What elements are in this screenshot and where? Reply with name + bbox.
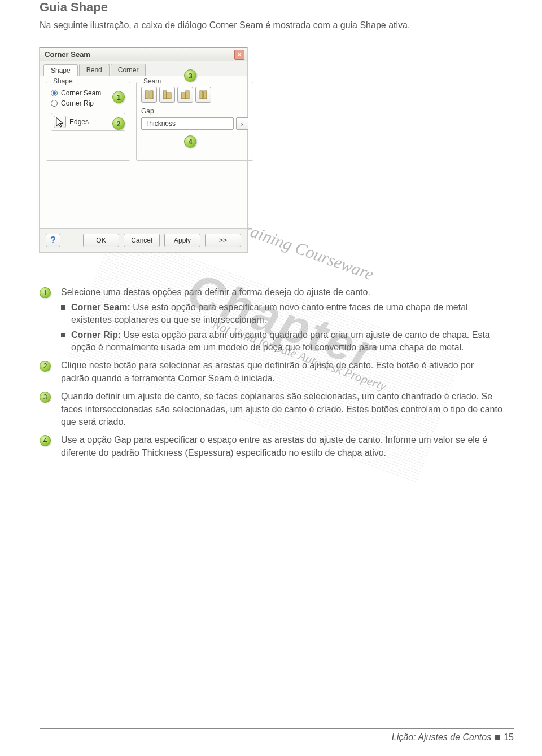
explain-1-b1-rest: Use esta opção para especificar um novo … [71,302,468,324]
expand-button[interactable]: >> [205,234,241,247]
seam-groupbox: Seam Gap › [136,82,253,161]
tab-corner[interactable]: Corner [111,64,146,76]
explain-1-lead: Selecione uma destas opções para definir… [61,286,502,298]
square-bullet-icon [61,333,65,337]
svg-rect-0 [145,91,148,99]
select-arrow-icon[interactable] [54,116,66,128]
svg-rect-1 [150,91,153,99]
gap-input[interactable] [141,117,234,130]
cancel-button[interactable]: Cancel [124,234,160,247]
page-intro: Na seguinte ilustração, a caixa de diálo… [40,19,502,32]
dialog-titlebar[interactable]: Corner Seam × [40,48,247,61]
explain-1-b2-rest: Use esta opção para abrir um canto quadr… [71,330,490,352]
list-marker-3: 3 [40,392,51,403]
explain-3-text: Quando definir um ajuste de canto, se fa… [61,390,502,428]
svg-rect-3 [167,93,171,99]
footer-square-icon [495,735,500,740]
close-icon[interactable]: × [234,50,244,60]
seam-group-title: Seam [141,77,163,85]
dialog-spacer [40,166,247,228]
explain-item-1: 1 Selecione uma destas opções para defin… [40,286,502,354]
seam-type-3-button[interactable] [177,87,193,103]
shape-group-title: Shape [51,77,75,85]
page-footer: Lição: Ajustes de Cantos 15 [40,728,514,742]
gap-row: › [141,117,248,130]
gap-label: Gap [141,107,248,115]
seam-type-1-button[interactable] [141,87,157,103]
help-button[interactable]: ? [46,234,60,247]
explain-1-bullet-2: Corner Rip: Use esta opção para abrir um… [71,329,502,354]
explain-2-text: Clique neste botão para selecionar as ar… [61,359,502,385]
explain-item-2: 2 Clique neste botão para selecionar as … [40,359,502,385]
radio-corner-rip-label: Corner Rip [61,99,94,107]
seam-type-4-button[interactable] [195,87,211,103]
list-marker-4: 4 [40,435,51,446]
tab-bend[interactable]: Bend [79,64,110,76]
seam-type-2-button[interactable] [159,87,175,103]
footer-page-number: 15 [504,732,514,742]
svg-rect-7 [204,91,207,99]
dialog-tabs: Shape Bend Corner [40,61,247,76]
dialog-title: Corner Seam [45,50,90,59]
corner-seam-dialog: Corner Seam × Shape Bend Corner Shape Co… [40,47,247,252]
radio-corner-seam-label: Corner Seam [61,89,101,97]
seam-type-buttons [141,87,248,103]
explain-1-bullet-1: Corner Seam: Use esta opção para especif… [71,301,502,327]
explain-4-text: Use a opção Gap para especificar o espaç… [61,434,502,459]
explain-item-3: 3 Quando definir um ajuste de canto, se … [40,390,502,428]
explain-item-4: 4 Use a opção Gap para especificar o esp… [40,434,502,459]
tab-shape[interactable]: Shape [43,64,78,76]
edges-label: Edges [69,118,89,126]
explain-1-b1-bold: Corner Seam: [71,302,130,312]
dialog-body: Shape Corner Seam Corner Rip Edges Seam [40,76,247,166]
explanation-list: 1 Selecione uma destas opções para defin… [40,286,502,459]
apply-button[interactable]: Apply [164,234,200,247]
svg-rect-4 [181,93,186,99]
dialog-footer: ? OK Cancel Apply >> [40,228,247,252]
list-marker-1: 1 [40,287,51,298]
radio-icon [51,90,58,96]
square-bullet-icon [61,305,65,310]
ok-button[interactable]: OK [83,234,119,247]
svg-rect-6 [200,91,203,99]
list-marker-2: 2 [40,361,51,372]
gap-flyout-button[interactable]: › [236,117,248,130]
footer-text: Lição: Ajustes de Cantos [392,732,491,742]
svg-rect-5 [186,91,189,99]
radio-icon [51,100,58,107]
page-heading: Guia Shape [40,0,502,15]
svg-rect-2 [163,91,167,99]
explain-1-b2-bold: Corner Rip: [71,330,121,340]
